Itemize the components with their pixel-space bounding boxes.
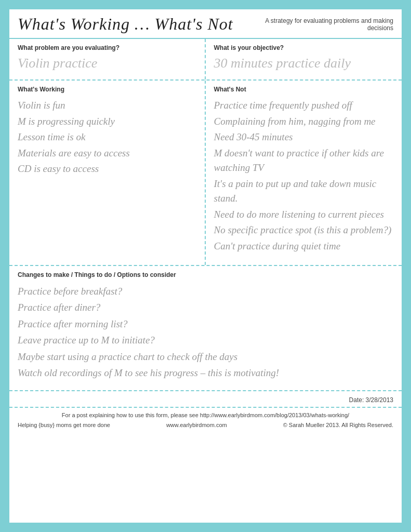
footer-top-line: For a post explaining how to use this fo… bbox=[18, 411, 393, 420]
problem-cell: What problem are you evaluating? Violin … bbox=[9, 39, 206, 79]
list-item: Watch old recordings of M to see his pro… bbox=[18, 365, 393, 380]
list-item: Practice time frequently pushed off bbox=[214, 98, 394, 113]
list-item: Materials are easy to access bbox=[18, 146, 196, 161]
list-item: Lesson time is ok bbox=[18, 130, 196, 145]
not-working-label: What's Not bbox=[214, 86, 394, 93]
changes-label: Changes to make / Things to do / Options… bbox=[18, 271, 393, 278]
list-item: M doesn't want to practice if other kids… bbox=[214, 146, 394, 176]
footer: For a post explaining how to use this fo… bbox=[9, 408, 402, 433]
footer-links: Helping {busy} moms get more done www.ea… bbox=[18, 421, 393, 430]
list-item: It's a pain to put up and take down musi… bbox=[214, 177, 394, 206]
list-item: CD is easy to access bbox=[18, 162, 196, 177]
list-item: Complaining from him, nagging from me bbox=[214, 114, 394, 129]
working-list: Violin is funM is progressing quicklyLes… bbox=[18, 98, 196, 177]
list-item: Maybe start using a practice chart to ch… bbox=[18, 349, 393, 364]
page: What's Working … What's Not A strategy f… bbox=[9, 9, 402, 523]
objective-cell: What is your objective? 30 minutes pract… bbox=[206, 39, 402, 79]
not-working-list: Practice time frequently pushed offCompl… bbox=[214, 98, 394, 254]
list-item: Need to do more listening to current pie… bbox=[214, 207, 394, 222]
problem-value: Violin practice bbox=[18, 56, 196, 71]
date-row: Date: 3/28/2013 bbox=[9, 391, 402, 408]
footer-center: www.earlybirdmom.com bbox=[166, 421, 227, 430]
page-title: What's Working … What's Not bbox=[18, 15, 233, 34]
problem-objective-grid: What problem are you evaluating? Violin … bbox=[9, 39, 402, 81]
not-working-cell: What's Not Practice time frequently push… bbox=[206, 81, 402, 265]
list-item: Practice before breakfast? bbox=[18, 284, 393, 299]
problem-label: What problem are you evaluating? bbox=[18, 44, 196, 51]
list-item: Practice after morning list? bbox=[18, 316, 393, 331]
list-item: Violin is fun bbox=[18, 98, 196, 113]
footer-left: Helping {busy} moms get more done bbox=[18, 421, 110, 430]
footer-right: © Sarah Mueller 2013. All Rights Reserve… bbox=[283, 421, 393, 430]
list-item: Need 30-45 minutes bbox=[214, 130, 394, 145]
objective-label: What is your objective? bbox=[214, 44, 394, 51]
page-subtitle: A strategy for evaluating problems and m… bbox=[237, 17, 393, 32]
objective-value: 30 minutes practice daily bbox=[214, 56, 394, 71]
changes-list: Practice before breakfast?Practice after… bbox=[18, 284, 393, 381]
working-grid: What's Working Violin is funM is progres… bbox=[9, 81, 402, 266]
list-item: M is progressing quickly bbox=[18, 114, 196, 129]
header: What's Working … What's Not A strategy f… bbox=[9, 9, 402, 39]
changes-section: Changes to make / Things to do / Options… bbox=[9, 266, 402, 391]
list-item: No specific practice spot (is this a pro… bbox=[214, 223, 394, 238]
date-value: 3/28/2013 bbox=[366, 396, 393, 404]
list-item: Can't practice during quiet time bbox=[214, 239, 394, 254]
working-label: What's Working bbox=[18, 86, 196, 93]
list-item: Practice after diner? bbox=[18, 300, 393, 315]
list-item: Leave practice up to M to initiate? bbox=[18, 332, 393, 348]
working-cell: What's Working Violin is funM is progres… bbox=[9, 81, 206, 265]
date-label: Date: bbox=[349, 396, 364, 404]
